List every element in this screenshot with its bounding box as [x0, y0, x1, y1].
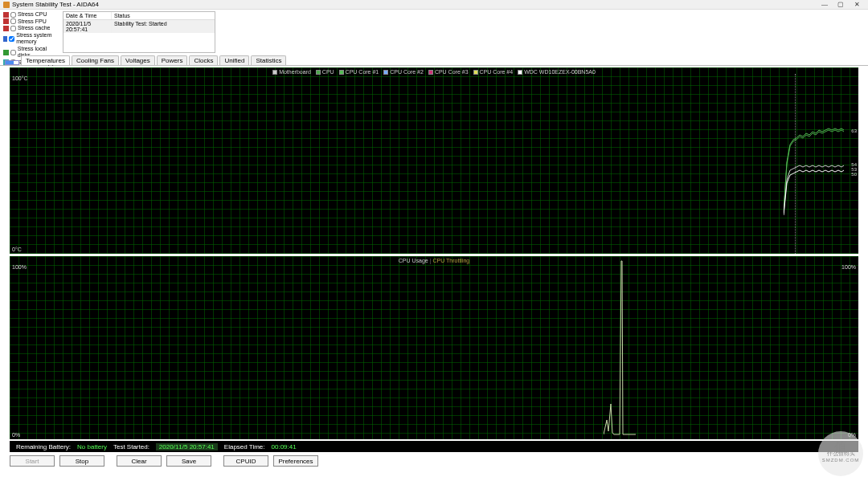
title-bar: System Stability Test - AIDA64 — ▢ ✕ [0, 0, 868, 10]
elapsed-label: Elapsed Time: [224, 443, 265, 450]
stress-checkbox[interactable] [10, 18, 16, 24]
stress-checkbox[interactable] [10, 12, 16, 18]
battery-label: Remaining Battery: [16, 443, 71, 450]
cpu-legend-usage: CPU Usage [399, 258, 428, 263]
legend-swatch [272, 70, 277, 75]
start-button[interactable]: Start [10, 455, 55, 467]
legend-item[interactable]: CPU Core #2 [383, 69, 424, 75]
clear-button[interactable]: Clear [117, 455, 162, 467]
started-label: Test Started: [113, 443, 149, 450]
legend-item[interactable]: CPU [316, 69, 334, 75]
tab-unified[interactable]: Unified [219, 55, 249, 65]
tab-voltages[interactable]: Voltages [121, 55, 155, 65]
save-button[interactable]: Save [166, 455, 211, 467]
legend-swatch [339, 70, 344, 75]
button-bar: Start Stop Clear Save CPUID Preferences [0, 452, 868, 470]
legend-label: CPU [322, 69, 334, 75]
stress-checkbox[interactable] [10, 26, 16, 31]
legend-item[interactable]: CPU Core #1 [339, 69, 379, 75]
cpu-legend: CPU Usage | CPU Throttling [10, 258, 858, 263]
legend-label: CPU Core #1 [346, 69, 379, 75]
stress-option-1[interactable]: Stress FPU [3, 18, 59, 26]
stress-label: Stress cache [18, 25, 50, 32]
tab-cooling-fans[interactable]: Cooling Fans [72, 55, 119, 65]
legend-label: CPU Core #3 [435, 69, 469, 75]
stress-options: Stress CPUStress FPUStress cacheStress s… [3, 11, 59, 53]
cpu-y-bot-r: 0% [848, 432, 856, 438]
option-icon [3, 26, 9, 31]
option-icon [3, 18, 9, 24]
app-icon [3, 2, 10, 8]
close-button[interactable]: ✕ [849, 0, 865, 10]
minimize-button[interactable]: — [817, 0, 833, 10]
log-cell-datetime: 2020/11/5 20:57:41 [63, 20, 112, 33]
cpuid-button[interactable]: CPUID [223, 455, 268, 467]
cpu-y-bot: 0% [12, 432, 20, 438]
legend-item[interactable]: WDC WD10EZEX-00BN5A0 [518, 69, 596, 75]
legend-item[interactable]: CPU Core #3 [428, 69, 469, 75]
preferences-button[interactable]: Preferences [273, 455, 318, 467]
legend-swatch [383, 70, 388, 75]
temp-y-bot: 0°C [12, 247, 22, 252]
cpu-usage-graph: CPU Usage | CPU Throttling 100% 0% 100% … [10, 256, 858, 439]
stress-option-3[interactable]: Stress system memory [3, 32, 59, 46]
log-header-status[interactable]: Status [112, 12, 215, 19]
legend-swatch [316, 70, 321, 75]
tab-strip: TemperaturesCooling FansVoltagesPowersCl… [0, 55, 868, 66]
window-title: System Stability Test - AIDA64 [12, 1, 99, 8]
stress-label: Stress CPU [18, 11, 47, 18]
status-bar: Remaining Battery: No battery Test Start… [10, 441, 858, 452]
event-log: Date & Time Status 2020/11/5 20:57:41 St… [63, 11, 215, 53]
stress-checkbox[interactable] [9, 36, 14, 42]
cpu-y-top-r: 100% [841, 264, 856, 270]
tab-clocks[interactable]: Clocks [189, 55, 218, 65]
mini-indicator [5, 60, 19, 65]
stress-option-0[interactable]: Stress CPU [3, 11, 59, 18]
temp-legend: MotherboardCPUCPU Core #1CPU Core #2CPU … [10, 69, 858, 75]
cpu-y-top: 100% [12, 264, 27, 270]
legend-swatch [428, 70, 433, 75]
maximize-button[interactable]: ▢ [833, 0, 849, 10]
stress-option-2[interactable]: Stress cache [3, 25, 59, 32]
log-header-datetime[interactable]: Date & Time [63, 12, 112, 19]
started-value: 2020/11/5 20:57:41 [156, 443, 218, 450]
tab-statistics[interactable]: Statistics [251, 55, 286, 65]
legend-item[interactable]: Motherboard [272, 69, 311, 75]
option-icon [3, 12, 9, 18]
legend-swatch [518, 70, 522, 75]
tab-temperatures[interactable]: Temperatures [21, 55, 70, 65]
temp-y-top: 100°C [12, 75, 28, 81]
tab-powers[interactable]: Powers [157, 55, 188, 65]
legend-label: CPU Core #4 [480, 69, 514, 75]
stop-button[interactable]: Stop [59, 455, 104, 467]
stress-checkbox[interactable] [10, 50, 16, 55]
legend-label: CPU Core #2 [390, 69, 424, 75]
elapsed-value: 00:09:41 [272, 443, 297, 450]
option-icon [3, 36, 7, 42]
log-row[interactable]: 2020/11/5 20:57:41 Stability Test: Start… [63, 20, 215, 33]
stress-label: Stress system memory [16, 32, 59, 46]
legend-swatch [473, 70, 478, 75]
legend-label: WDC WD10EZEX-00BN5A0 [524, 69, 596, 75]
legend-item[interactable]: CPU Core #4 [473, 69, 514, 75]
battery-value: No battery [77, 443, 107, 450]
option-icon [3, 50, 9, 55]
temperature-graph: MotherboardCPUCPU Core #1CPU Core #2CPU … [10, 67, 858, 254]
legend-label: Motherboard [279, 69, 311, 75]
temp-data-traces [784, 67, 844, 254]
temp-value-label: 63 [851, 128, 857, 133]
temp-value-label: 50 [851, 172, 857, 177]
stress-label: Stress FPU [18, 18, 47, 26]
log-cell-status: Stability Test: Started [112, 20, 215, 33]
cpu-legend-throttling: CPU Throttling [432, 258, 469, 263]
